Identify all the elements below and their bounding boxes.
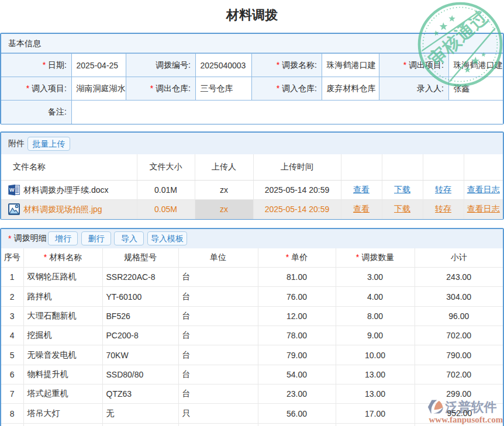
svg-text:W: W [9, 186, 15, 192]
